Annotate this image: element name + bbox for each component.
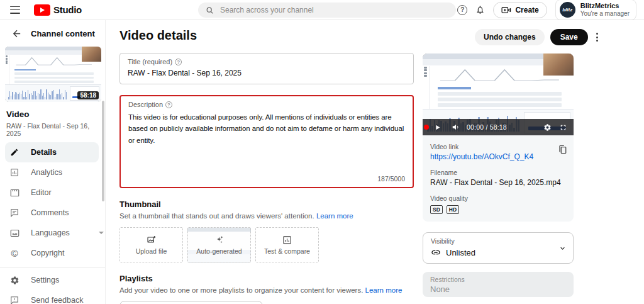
webcam-overlay [543,53,574,76]
thumbnail-heading: Thumbnail [119,200,414,209]
playhead-dot[interactable] [424,125,429,130]
visibility-label: Visibility [431,237,565,245]
playlists-subtitle: Add your video to one or more playlists … [119,286,363,294]
help-icon[interactable]: ? [165,101,172,108]
restrictions-field: Restrictions None [423,272,574,297]
player-time: 00:00 / 58:18 [467,123,507,131]
volume-icon[interactable] [452,123,460,132]
playlists-learn-more-link[interactable]: Learn more [365,286,402,294]
filename-value: RAW - Flax Dental - Sep 16, 2025.mp4 [430,178,566,187]
sidebar: Channel content 58:18 Video RAW - Flax D… [0,20,106,304]
brand-name: Studio [53,4,82,15]
sidebar-item-label: Settings [31,276,59,284]
account-menu[interactable]: blitz BlitzMetrics You're a manager [555,0,636,20]
sidebar-item-label: Analytics [31,168,62,177]
sidebar-item-details[interactable]: Details [5,142,99,162]
youtube-logo-icon [34,4,50,16]
filename-label: Filename [430,169,566,176]
title-field-label: Title (required) [128,58,172,65]
character-counter: 187/5000 [377,175,405,183]
sidebar-item-copyright[interactable]: © Copyright [0,243,105,263]
right-panel: 00:00 / 58:18 Video link https://youtu.b… [423,53,574,297]
description-field-value[interactable]: This video is for educational purposes o… [128,111,405,146]
restrictions-value: None [430,284,566,294]
sidebar-item-send-feedback[interactable]: Send feedback [0,290,105,304]
title-field-value[interactable]: RAW - Flax Dental - Sep 16, 2025 [128,69,406,77]
notifications-bell-icon[interactable] [475,5,485,14]
thumbnail-option-label: Auto-generated [196,247,242,255]
play-button[interactable] [433,123,441,132]
chevron-down-icon [558,244,567,252]
search-icon [206,6,214,14]
pencil-icon [9,147,19,157]
sidebar-item-label: Comments [31,208,69,217]
sidebar-item-editor[interactable]: Editor [0,183,105,203]
create-video-icon [501,6,511,14]
comments-icon [9,208,19,218]
back-label[interactable]: Channel content [31,29,95,38]
video-thumbnail[interactable]: 58:18 [5,47,101,102]
search-input[interactable]: Search across your channel [198,3,456,18]
playlists-heading: Playlists [119,274,414,283]
feedback-icon [9,295,19,304]
copyright-icon: © [9,248,19,258]
thumbnail-subtitle: Set a thumbnail that stands out and draw… [119,212,314,220]
editor-icon [9,188,19,198]
thumbnail-option-label: Test & compare [264,247,310,255]
scroll-down-icon [99,232,104,234]
visibility-dropdown[interactable]: Visibility Unlisted [423,232,574,264]
subtitles-icon [9,228,19,238]
sidebar-scrollbar[interactable] [102,101,104,201]
sidebar-item-languages[interactable]: Languages [0,223,105,243]
more-options-kebab-icon[interactable] [594,30,601,44]
create-button-label: Create [515,6,538,14]
description-field[interactable]: Description ? This video is for educatio… [119,95,414,188]
sidebar-divider [0,267,105,267]
undo-changes-button[interactable]: Undo changes [475,29,545,45]
sidebar-item-settings[interactable]: Settings [0,270,105,290]
help-icon[interactable]: ? [457,5,467,15]
hamburger-menu-icon[interactable] [10,6,20,14]
test-compare-thumbnail-card[interactable]: Test & compare [255,227,319,262]
video-link-url[interactable]: https://youtu.be/AOkvCf_Q_K4 [430,152,566,161]
visibility-value: Unlisted [446,248,475,257]
help-icon[interactable]: ? [175,59,182,65]
sidebar-item-label: Languages [31,228,70,237]
quality-badge-hd: HD [447,205,459,214]
copy-icon[interactable] [558,144,567,155]
video-info-card: Video link https://youtu.be/AOkvCf_Q_K4 … [423,135,574,222]
webcam-overlay [82,47,101,62]
link-chain-icon [431,247,441,257]
thumbnail-learn-more-link[interactable]: Learn more [316,212,353,220]
sidebar-item-label: Copyright [31,249,65,257]
fullscreen-icon[interactable] [559,123,567,132]
sidebar-item-analytics[interactable]: Analytics [0,162,105,183]
main-content: Video details Title (required) ? RAW - F… [119,20,414,304]
duration-badge: 58:18 [77,91,99,99]
save-button[interactable]: Save [550,29,588,45]
search-placeholder: Search across your channel [220,6,314,14]
sidebar-video-title: RAW - Flax Dental - Sep 16, 2025 [6,122,99,137]
quality-badge-sd: SD [430,205,443,214]
video-quality-label: Video quality [430,194,566,202]
sidebar-item-comments[interactable]: Comments [0,203,105,223]
account-role: You're a manager [580,10,630,18]
back-arrow-icon[interactable] [11,28,22,39]
compare-chart-icon [282,235,292,245]
sidebar-item-label: Details [31,148,57,157]
restrictions-label: Restrictions [430,276,566,283]
sidebar-video-heading: Video [6,110,105,119]
video-player[interactable]: 00:00 / 58:18 [423,53,574,135]
account-name: BlitzMetrics [580,2,630,10]
sparkle-icon [214,235,225,245]
player-settings-gear-icon[interactable] [543,123,552,132]
sidebar-item-label: Editor [31,188,52,197]
create-button[interactable]: Create [493,2,547,18]
youtube-studio-logo[interactable]: Studio [34,4,82,16]
auto-generated-thumbnail-card[interactable]: Auto-generated [187,227,251,262]
playlists-select-dropdown[interactable]: Select [119,301,263,304]
gear-icon [9,275,19,285]
upload-thumbnail-card[interactable]: Upload file [119,227,183,262]
title-field[interactable]: Title (required) ? RAW - Flax Dental - S… [119,53,414,84]
description-field-label: Description [128,101,163,108]
